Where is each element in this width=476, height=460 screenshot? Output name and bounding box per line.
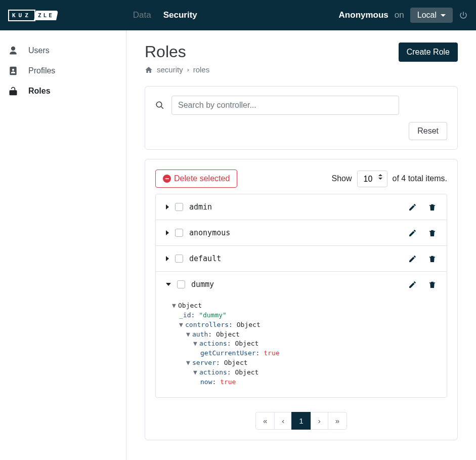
delete-selected-label: Delete selected <box>174 174 230 183</box>
logo-left: KUZ <box>8 10 35 21</box>
app-header: KUZ ZLE Data Security Anonymous on Local <box>0 0 476 30</box>
sidebar-item-profiles[interactable]: Profiles <box>0 61 126 81</box>
header-right: Anonymous on Local <box>339 8 468 23</box>
tree-toggle-icon[interactable]: ▼ <box>172 301 177 311</box>
reset-button[interactable]: Reset <box>409 122 447 140</box>
logo[interactable]: KUZ ZLE <box>8 10 57 21</box>
role-row: default <box>156 246 447 272</box>
environment-dropdown[interactable]: Local <box>410 8 453 23</box>
breadcrumb-roles[interactable]: roles <box>193 65 210 74</box>
tree-toggle-icon[interactable]: ▼ <box>186 330 191 340</box>
search-input[interactable] <box>171 96 399 115</box>
tree-toggle-icon[interactable]: ▼ <box>179 320 184 330</box>
row-checkbox[interactable] <box>175 255 183 263</box>
role-name[interactable]: dummy <box>191 280 214 289</box>
expand-icon[interactable] <box>166 204 169 210</box>
logo-right: ZLE <box>34 11 58 20</box>
collapse-icon[interactable] <box>166 283 171 286</box>
role-name[interactable]: admin <box>189 202 212 212</box>
breadcrumb-security[interactable]: security <box>157 65 183 74</box>
role-expanded-content: ▼Object _id: "dummy" ▼controllers: Objec… <box>156 297 447 397</box>
sidebar-item-label: Roles <box>28 87 51 96</box>
page-prev-button[interactable]: ‹ <box>274 412 292 430</box>
page-last-button[interactable]: » <box>328 412 347 430</box>
expand-icon[interactable] <box>166 230 169 235</box>
id-badge-icon <box>8 66 18 76</box>
tree-toggle-icon[interactable]: ▼ <box>193 368 198 378</box>
page-header: Roles security › roles Create Role <box>145 43 458 74</box>
page-size-select[interactable]: 10 <box>357 171 387 187</box>
breadcrumb: security › roles <box>145 65 209 74</box>
caret-down-icon <box>441 14 446 17</box>
total-items-text: of 4 total items. <box>393 174 448 183</box>
delete-icon[interactable] <box>428 229 437 237</box>
sidebar-item-label: Profiles <box>28 66 55 75</box>
page-title: Roles <box>145 43 209 61</box>
role-row: admin <box>156 194 447 220</box>
nav-tab-data[interactable]: Data <box>133 10 151 20</box>
edit-icon[interactable] <box>408 203 417 212</box>
tree-toggle-icon[interactable]: ▼ <box>186 358 191 368</box>
sidebar-item-users[interactable]: Users <box>0 40 126 61</box>
role-row: dummy <box>156 272 447 297</box>
content: Roles security › roles Create Role Reset <box>126 30 476 460</box>
nav-tab-security[interactable]: Security <box>163 10 197 20</box>
page-next-button[interactable]: › <box>311 412 328 430</box>
expand-icon[interactable] <box>166 256 169 261</box>
sidebar: Users Profiles Roles <box>0 30 126 460</box>
unlock-icon <box>8 86 18 96</box>
edit-icon[interactable] <box>408 255 417 263</box>
sidebar-item-roles[interactable]: Roles <box>0 81 126 101</box>
current-user: Anonymous <box>339 10 388 20</box>
page-current-button[interactable]: 1 <box>291 412 311 430</box>
minus-circle-icon: − <box>163 175 171 183</box>
user-icon <box>8 46 18 56</box>
role-list: admin anonymous <box>155 194 447 398</box>
delete-selected-button[interactable]: − Delete selected <box>155 170 237 188</box>
edit-icon[interactable] <box>408 280 417 289</box>
power-icon[interactable] <box>459 11 468 20</box>
on-label: on <box>395 10 404 20</box>
home-icon[interactable] <box>145 66 153 74</box>
main-nav: Data Security <box>133 10 197 20</box>
delete-icon[interactable] <box>428 203 437 212</box>
search-icon <box>155 101 164 110</box>
main: Users Profiles Roles Roles security › ro… <box>0 30 476 460</box>
json-tree: ▼Object _id: "dummy" ▼controllers: Objec… <box>172 301 437 387</box>
row-checkbox[interactable] <box>177 280 185 288</box>
page-first-button[interactable]: « <box>255 412 275 430</box>
pagination: « ‹ 1 › » <box>155 412 447 430</box>
search-card: Reset <box>145 86 458 150</box>
create-role-button[interactable]: Create Role <box>399 43 458 62</box>
chevron-right-icon: › <box>187 66 189 73</box>
delete-icon[interactable] <box>428 255 437 263</box>
page-size-select-wrap: 10 <box>357 171 387 187</box>
environment-label: Local <box>417 11 437 20</box>
row-checkbox[interactable] <box>175 229 183 237</box>
sidebar-item-label: Users <box>28 46 50 55</box>
row-checkbox[interactable] <box>175 203 183 211</box>
role-name[interactable]: anonymous <box>189 228 230 237</box>
tree-toggle-icon[interactable]: ▼ <box>193 339 198 349</box>
role-row: anonymous <box>156 220 447 246</box>
role-name[interactable]: default <box>189 254 221 263</box>
edit-icon[interactable] <box>408 229 417 237</box>
list-card: − Delete selected Show 10 of 4 total ite… <box>145 159 458 440</box>
delete-icon[interactable] <box>428 280 437 289</box>
show-label: Show <box>331 174 352 183</box>
list-header: − Delete selected Show 10 of 4 total ite… <box>155 170 447 188</box>
